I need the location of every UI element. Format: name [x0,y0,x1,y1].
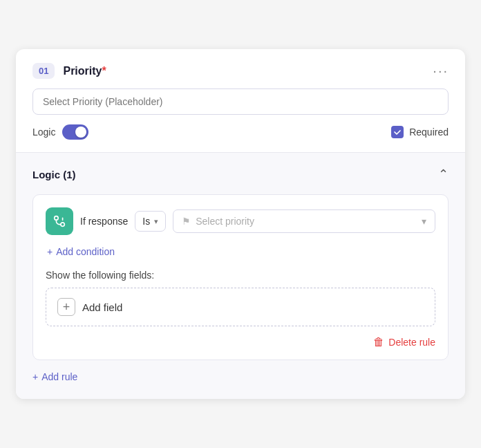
required-star: * [102,65,106,77]
more-options-icon[interactable]: ··· [433,63,449,79]
trash-icon: 🗑 [373,336,384,348]
main-card: 01 Priority* ··· Logic Required [16,49,465,399]
add-condition-row: + Add condition [46,246,435,257]
logic-toggle[interactable] [62,124,88,140]
top-header-left: 01 Priority* [32,63,106,79]
required-row: Required [391,126,449,138]
top-section: 01 Priority* ··· Logic Required [16,49,465,153]
is-dropdown[interactable]: Is ▾ [135,211,166,232]
dropdown-chevron-icon: ▾ [422,216,426,227]
add-rule-row: + Add rule [32,371,449,382]
delete-rule-row: 🗑 Delete rule [46,336,435,348]
priority-dropdown[interactable]: ⚑ Select priority ▾ [173,209,435,233]
required-checkbox[interactable] [391,126,404,138]
step-badge: 01 [32,63,55,79]
required-label: Required [409,127,449,138]
bottom-section: Logic (1) ⌃ If response Is ▾ [16,153,465,399]
svg-point-0 [55,216,59,221]
priority-input[interactable] [32,88,449,115]
logic-label: Logic [32,127,55,138]
add-rule-button[interactable]: + Add rule [32,371,77,382]
add-field-area[interactable]: + Add field [46,288,435,326]
add-field-plus-icon: + [57,298,75,316]
field-title: Priority* [63,65,106,77]
rule-card: If response Is ▾ ⚑ Select priority ▾ + A… [32,194,449,360]
logic-icon-box [46,207,73,235]
logic-section-header: Logic (1) ⌃ [32,167,449,182]
flag-icon: ⚑ [182,216,191,227]
chevron-down-icon: ▾ [154,217,158,226]
delete-rule-button[interactable]: 🗑 Delete rule [373,336,435,348]
collapse-icon[interactable]: ⌃ [438,167,449,182]
rule-condition-row: If response Is ▾ ⚑ Select priority ▾ [46,207,435,235]
logic-section-title: Logic (1) [32,169,76,180]
add-condition-button[interactable]: + Add condition [47,246,115,257]
add-rule-plus-icon: + [32,371,38,382]
if-response-label: If response [80,216,128,227]
top-header: 01 Priority* ··· [32,63,449,79]
show-fields-label: Show the following fields: [46,270,435,281]
plus-icon: + [47,246,53,257]
logic-row: Logic [32,124,88,140]
add-field-label: Add field [82,301,122,313]
controls-row: Logic Required [32,124,449,140]
